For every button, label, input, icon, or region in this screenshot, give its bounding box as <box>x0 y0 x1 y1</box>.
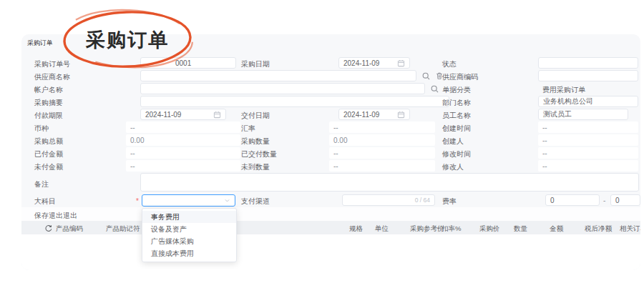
order-no-input[interactable]: 0001 <box>140 57 236 69</box>
delivered-qty-value: -- <box>329 147 435 159</box>
payment-channel-input[interactable]: 0 / 64 <box>342 194 435 206</box>
department-name-label: 部门名称 <box>442 98 471 108</box>
account-name-label: 帐户名称 <box>34 85 63 95</box>
required-asterisk: * <box>136 197 139 205</box>
tab-purchase-order[interactable]: 采购订单 <box>27 39 53 48</box>
major-subject-dropdown: 事务费用 设备及资产 广告媒体采购 直接成本费用 <box>142 208 237 262</box>
purchase-summary-input[interactable] <box>140 96 449 107</box>
purchase-summary-label: 采购摘要 <box>34 98 63 108</box>
department-name-input[interactable]: 业务机构总公司 <box>538 96 638 107</box>
pending-qty-label: 未到数量 <box>241 162 270 172</box>
unpaid-amount-label: 未付金额 <box>34 162 63 172</box>
action-bar <box>21 207 640 221</box>
exchange-rate-label: 汇率 <box>241 124 255 134</box>
employee-name-label: 员工名称 <box>442 111 471 121</box>
col-quantity: 数量 <box>514 224 527 234</box>
col-unit: 单位 <box>375 224 389 234</box>
purchase-total-value: 0.00 <box>126 134 240 146</box>
col-net-after-tax: 税后净额 <box>585 224 612 234</box>
major-subject-select[interactable] <box>142 194 235 207</box>
exchange-rate-value: -- <box>329 121 435 133</box>
doc-category-label: 单据分类 <box>442 85 471 95</box>
annotation-title: 采购订单 <box>86 27 169 53</box>
delivery-date-input[interactable]: 2024-11-09 <box>338 109 410 120</box>
col-product-mnemonic: 产品助记符 <box>106 224 140 234</box>
delivery-date-label: 交付日期 <box>241 111 270 121</box>
supplier-code-input[interactable] <box>538 70 638 81</box>
creator-value: -- <box>538 134 638 146</box>
calendar-icon[interactable] <box>213 111 221 119</box>
calendar-icon[interactable] <box>397 59 405 67</box>
remark-textarea[interactable] <box>140 173 639 192</box>
dropdown-option-transaction-expense[interactable]: 事务费用 <box>142 211 236 223</box>
pending-qty-value: -- <box>329 160 435 172</box>
dropdown-option-ad-media-purchase[interactable]: 广告媒体采购 <box>142 235 236 247</box>
unpaid-amount-value: -- <box>126 160 240 172</box>
payment-term-value: 2024-11-09 <box>145 111 181 119</box>
modifier-value: -- <box>538 160 638 172</box>
currency-label: 币种 <box>34 124 49 134</box>
purchase-qty-label: 采购数量 <box>241 136 270 146</box>
fee-rate-separator: - <box>603 197 605 204</box>
col-spec: 规格 <box>349 224 363 234</box>
col-purchase-price: 采购价 <box>479 224 500 234</box>
col-related-order: 相关订单 <box>620 224 640 234</box>
chevron-down-icon <box>224 197 230 204</box>
purchase-order-panel: 采购订单 采购订单号 0001 采购日期 2024-11-09 状态 供应商名称… <box>21 34 640 270</box>
modified-time-value: -- <box>538 147 638 159</box>
search-icon[interactable] <box>421 71 431 81</box>
purchase-date-label: 采购日期 <box>241 59 270 69</box>
modified-time-label: 修改时间 <box>442 149 471 159</box>
paid-amount-label: 已付金额 <box>34 149 63 159</box>
payment-channel-label: 支付渠道 <box>241 197 270 207</box>
purchase-qty-value: 0.00 <box>329 134 435 146</box>
calendar-icon[interactable] <box>397 111 405 119</box>
exit-button[interactable]: 退出 <box>63 211 77 221</box>
payment-term-input[interactable]: 2024-11-09 <box>140 109 226 120</box>
save-exit-button[interactable]: 保存退出 <box>34 211 63 221</box>
dropdown-option-equipment-assets[interactable]: 设备及资产 <box>142 223 236 235</box>
refresh-icon[interactable] <box>43 223 53 233</box>
doc-category-value: 费用采购订单 <box>542 85 585 95</box>
status-input[interactable] <box>538 57 638 69</box>
supplier-name-input[interactable] <box>140 70 416 81</box>
modifier-label: 修改人 <box>442 162 464 172</box>
dropdown-option-direct-cost-expense[interactable]: 直接成本费用 <box>142 247 236 259</box>
remark-label: 备注 <box>34 179 49 189</box>
col-discount-rate: 扣率% <box>441 224 461 234</box>
col-reference-price: 采购参考价 <box>410 224 444 234</box>
delivery-date-value: 2024-11-09 <box>343 111 379 119</box>
fee-rate-max-input[interactable]: 0 <box>610 194 640 206</box>
search-icon[interactable] <box>429 84 439 94</box>
char-counter: 0 / 64 <box>415 197 430 204</box>
creator-label: 创建人 <box>442 136 464 146</box>
fee-rate-label: 费率 <box>442 197 457 207</box>
items-table-body <box>21 234 640 270</box>
order-no-label: 采购订单号 <box>34 59 70 69</box>
purchase-total-label: 采购总额 <box>34 136 63 146</box>
employee-name-input[interactable]: 测试员工 <box>538 109 628 120</box>
col-amount: 金额 <box>550 224 563 234</box>
created-time-label: 创建时间 <box>442 124 471 134</box>
created-time-value: -- <box>538 121 638 133</box>
status-label: 状态 <box>442 59 457 69</box>
delivered-qty-label: 已交付数量 <box>241 149 277 159</box>
account-name-input[interactable] <box>140 83 425 94</box>
payment-term-label: 付款期限 <box>34 111 63 121</box>
supplier-name-label: 供应商名称 <box>34 72 70 82</box>
currency-value: -- <box>126 121 240 133</box>
fee-rate-min-input[interactable]: 0 <box>545 194 600 206</box>
paid-amount-value: -- <box>126 147 240 159</box>
col-product-code: 产品编码 <box>56 224 83 234</box>
major-subject-label: 大科目 <box>34 197 56 207</box>
supplier-code-label: 供应商编码 <box>442 72 478 82</box>
purchase-date-value: 2024-11-09 <box>343 59 379 67</box>
purchase-date-input[interactable]: 2024-11-09 <box>338 57 410 69</box>
